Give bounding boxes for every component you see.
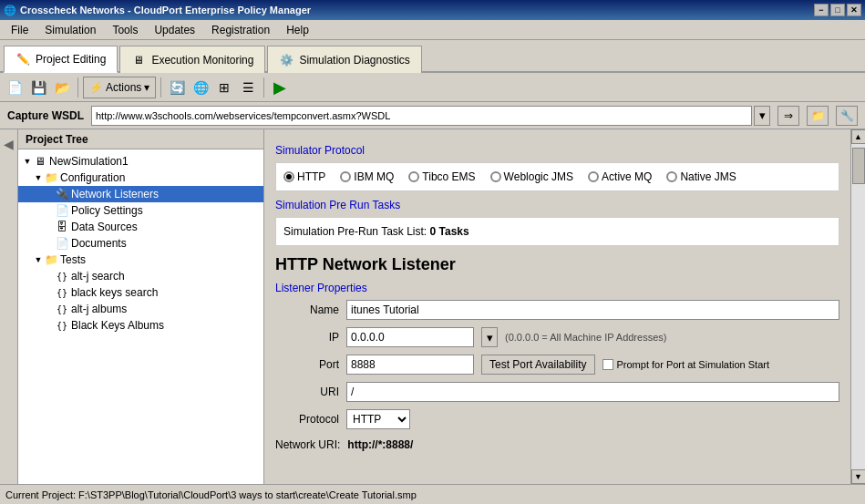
menu-tools[interactable]: Tools xyxy=(105,21,145,39)
menu-registration[interactable]: Registration xyxy=(204,21,277,39)
network-uri-row: Network URI: http://*:8888/ xyxy=(275,438,839,451)
menu-updates[interactable]: Updates xyxy=(147,21,202,39)
protocol-ibmmq[interactable]: IBM MQ xyxy=(340,170,394,183)
capture-folder-button[interactable]: 📁 xyxy=(807,106,829,126)
prompt-checkbox-item[interactable]: Prompt for Port at Simulation Start xyxy=(602,359,770,370)
uri-input[interactable] xyxy=(346,382,839,402)
title-bar-left: 🌐 Crosscheck Networks - CloudPort Enterp… xyxy=(4,5,311,16)
radio-nativejms-circle xyxy=(666,171,677,182)
simulator-protocol-box: HTTP IBM MQ Tibco EMS Weblogic JMS xyxy=(275,162,839,191)
capture-url-input[interactable] xyxy=(91,106,752,126)
test-port-button[interactable]: Test Port Availability xyxy=(481,355,595,375)
uri-label: URI xyxy=(275,386,339,398)
expand-documents[interactable] xyxy=(44,238,55,249)
scroll-up-button[interactable]: ▲ xyxy=(851,129,866,144)
scroll-thumb[interactable] xyxy=(852,148,865,184)
actions-label: Actions xyxy=(106,81,141,94)
tree-node-alt-j-search[interactable]: {} alt-j search xyxy=(18,268,263,284)
tree-node-policy-settings[interactable]: 📄 Policy Settings xyxy=(18,202,263,219)
tab-execution-monitoring-label: Execution Monitoring xyxy=(151,54,253,67)
capture-url-dropdown[interactable]: ▾ xyxy=(754,106,770,126)
list-button[interactable]: ☰ xyxy=(237,77,259,98)
expand-alt-j-albums[interactable] xyxy=(44,303,55,314)
radio-http-circle xyxy=(283,171,294,182)
tree-node-black-keys-albums[interactable]: {} Black Keys Albums xyxy=(18,317,263,334)
menu-help[interactable]: Help xyxy=(279,21,316,39)
window-title: Crosscheck Networks - CloudPort Enterpri… xyxy=(20,5,311,15)
radio-weblogic-circle xyxy=(490,171,501,182)
toolbar: 📄 💾 📂 ⚡ Actions ▾ 🔄 🌐 ⊞ ☰ ▶ xyxy=(0,73,865,102)
tab-simulation-diagnostics[interactable]: ⚙️ Simulation Diagnostics xyxy=(267,46,421,73)
tree-node-configuration[interactable]: ▼ 📁 Configuration xyxy=(18,170,263,186)
network-uri-value: http://*:8888/ xyxy=(347,438,413,451)
expand-network-listeners[interactable] xyxy=(44,189,55,200)
maximize-button[interactable]: □ xyxy=(830,4,845,16)
toolbar-separator-1 xyxy=(77,77,78,98)
tab-execution-monitoring[interactable]: 🖥 Execution Monitoring xyxy=(119,46,265,73)
capture-bar: Capture WSDL ▾ ⇒ 📁 🔧 xyxy=(0,102,865,129)
expand-alt-j-search[interactable] xyxy=(44,271,55,282)
capture-settings-button[interactable]: 🔧 xyxy=(836,106,858,126)
port-input[interactable] xyxy=(346,355,474,375)
status-text: Current Project: F:\ST3PP\Blog\Tutorial\… xyxy=(5,489,417,500)
ip-dropdown-button[interactable]: ▾ xyxy=(481,327,498,347)
ip-hint: (0.0.0.0 = All Machine IP Addresses) xyxy=(505,332,666,343)
tab-project-editing-label: Project Editing xyxy=(36,53,106,66)
capture-label: Capture WSDL xyxy=(7,109,84,122)
tab-bar: ✏️ Project Editing 🖥 Execution Monitorin… xyxy=(0,40,865,73)
actions-button[interactable]: ⚡ Actions ▾ xyxy=(83,77,156,98)
tree-content: ▼ 🖥 NewSimulation1 ▼ 📁 Configuration 🔌 N… xyxy=(18,149,263,484)
data-sources-icon: 🗄 xyxy=(55,220,69,234)
tree-node-tests[interactable]: ▼ 📁 Tests xyxy=(18,252,263,268)
open-button[interactable]: 📂 xyxy=(51,77,73,98)
name-input[interactable] xyxy=(346,300,839,320)
protocol-select[interactable]: HTTP HTTPS xyxy=(346,409,410,429)
refresh-button[interactable]: 🔄 xyxy=(166,77,188,98)
minimize-button[interactable]: − xyxy=(814,4,829,16)
close-button[interactable]: ✕ xyxy=(847,4,861,16)
tree-node-network-listeners[interactable]: 🔌 Network Listeners xyxy=(18,186,263,202)
main: ◀ Project Tree ▼ 🖥 NewSimulation1 ▼ 📁 Co… xyxy=(0,129,865,484)
expand-simulation[interactable]: ▼ xyxy=(22,156,33,167)
run-button[interactable]: ▶ xyxy=(269,77,291,98)
tab-project-editing[interactable]: ✏️ Project Editing xyxy=(4,46,118,73)
simulation-icon: 🖥 xyxy=(33,154,47,169)
tree-node-alt-j-albums[interactable]: {} alt-j albums xyxy=(18,301,263,317)
black-keys-albums-label: Black Keys Albums xyxy=(71,319,164,332)
alt-j-search-label: alt-j search xyxy=(71,270,125,283)
name-label: Name xyxy=(275,303,339,316)
black-keys-search-icon: {} xyxy=(55,285,69,300)
expand-policy-settings[interactable] xyxy=(44,205,55,216)
expand-tests[interactable]: ▼ xyxy=(33,254,44,265)
save-button[interactable]: 💾 xyxy=(27,77,49,98)
menu-file[interactable]: File xyxy=(4,21,36,39)
protocol-weblogic[interactable]: Weblogic JMS xyxy=(490,170,573,183)
protocol-tibco[interactable]: Tibco EMS xyxy=(408,170,475,183)
ip-input[interactable] xyxy=(346,327,474,347)
protocol-nativejms[interactable]: Native JMS xyxy=(666,170,736,183)
web-button[interactable]: 🌐 xyxy=(190,77,211,98)
grid-button[interactable]: ⊞ xyxy=(213,77,235,98)
new-button[interactable]: 📄 xyxy=(4,77,26,98)
capture-go-button[interactable]: ⇒ xyxy=(777,106,799,126)
tree-node-simulation[interactable]: ▼ 🖥 NewSimulation1 xyxy=(18,153,263,170)
tree-node-black-keys-search[interactable]: {} black keys search xyxy=(18,284,263,301)
menu-simulation[interactable]: Simulation xyxy=(37,21,103,39)
tree-node-documents[interactable]: 📄 Documents xyxy=(18,235,263,252)
vertical-scrollbar: ▲ ▼ xyxy=(850,129,865,484)
prompt-label: Prompt for Port at Simulation Start xyxy=(617,359,770,370)
scroll-down-button[interactable]: ▼ xyxy=(851,469,866,484)
documents-label: Documents xyxy=(71,237,127,250)
expand-black-keys-search[interactable] xyxy=(44,287,55,298)
expand-configuration[interactable]: ▼ xyxy=(33,172,44,183)
prompt-checkbox[interactable] xyxy=(602,359,613,370)
protocol-http[interactable]: HTTP xyxy=(283,170,325,183)
tree-node-data-sources[interactable]: 🗄 Data Sources xyxy=(18,219,263,235)
project-tree-title: Project Tree xyxy=(26,133,88,146)
expand-black-keys-albums[interactable] xyxy=(44,320,55,331)
expand-data-sources[interactable] xyxy=(44,221,55,232)
scroll-track[interactable] xyxy=(851,144,866,469)
pencil-icon: ✏️ xyxy=(15,52,30,67)
black-keys-search-label: black keys search xyxy=(71,286,158,299)
protocol-activemq[interactable]: Active MQ xyxy=(588,170,652,183)
